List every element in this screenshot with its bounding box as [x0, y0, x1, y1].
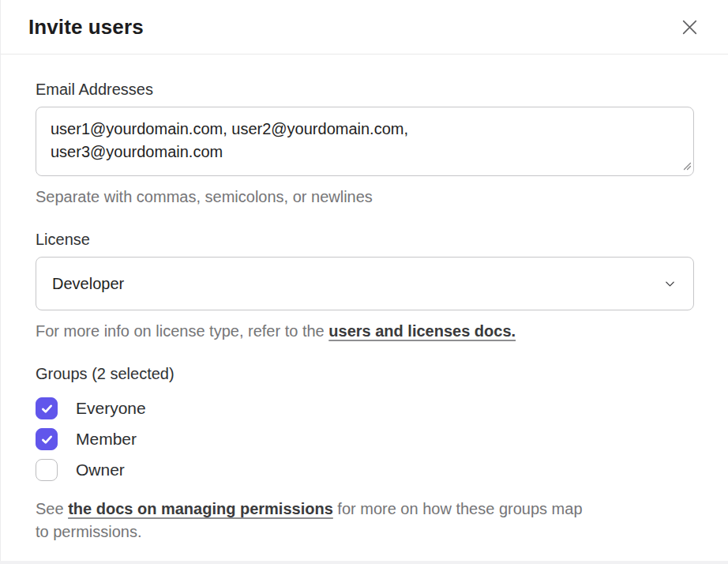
email-helper-text: Separate with commas, semicolons, or new… — [36, 186, 693, 209]
group-option-owner[interactable]: Owner — [36, 459, 125, 481]
license-selected-value: Developer — [52, 275, 124, 293]
chevron-down-icon — [664, 278, 676, 290]
license-select[interactable]: Developer — [36, 257, 694, 310]
checkbox-label-member: Member — [76, 430, 137, 449]
invite-users-modal: Invite users Email Addresses user1@yourd… — [0, 0, 728, 561]
checkmark-icon — [40, 402, 54, 415]
checkmark-icon — [40, 433, 54, 446]
email-textarea-wrap: user1@yourdomain.com, user2@yourdomain.c… — [36, 107, 694, 176]
close-button[interactable] — [677, 14, 703, 40]
modal-title: Invite users — [28, 15, 144, 39]
modal-content: Email Addresses user1@yourdomain.com, us… — [1, 55, 728, 543]
license-section: License Developer For more info on licen… — [36, 231, 693, 343]
groups-helper-text: See the docs on managing permissions for… — [36, 498, 598, 543]
groups-helper-prefix: See — [36, 500, 68, 517]
groups-label: Groups (2 selected) — [36, 365, 693, 383]
email-addresses-label: Email Addresses — [36, 81, 693, 99]
checkbox-label-everyone: Everyone — [76, 399, 146, 418]
modal-header: Invite users — [1, 0, 728, 55]
checkbox-member[interactable] — [36, 428, 58, 450]
group-option-member[interactable]: Member — [36, 428, 137, 450]
close-icon — [680, 17, 700, 37]
managing-permissions-docs-link[interactable]: the docs on managing permissions — [68, 500, 333, 517]
checkbox-label-owner: Owner — [76, 461, 125, 479]
checkbox-owner[interactable] — [36, 459, 58, 481]
users-licenses-docs-link[interactable]: users and licenses docs. — [328, 322, 516, 340]
license-helper-text: For more info on license type, refer to … — [36, 320, 693, 343]
email-addresses-input[interactable]: user1@yourdomain.com, user2@yourdomain.c… — [36, 107, 694, 176]
group-option-everyone[interactable]: Everyone — [36, 397, 146, 419]
groups-section: Groups (2 selected) Everyone — [36, 365, 693, 543]
checkbox-everyone[interactable] — [36, 397, 58, 419]
license-label: License — [36, 231, 693, 249]
license-helper-prefix: For more info on license type, refer to … — [36, 322, 328, 340]
